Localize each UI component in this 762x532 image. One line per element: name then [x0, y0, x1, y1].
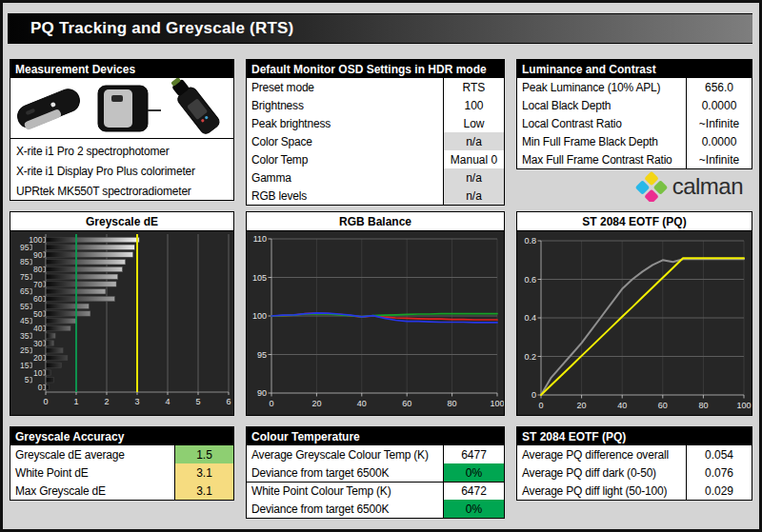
device-name: X-rite i1 Pro 2 spectrophotomer [10, 141, 233, 161]
table-row: Local Contrast Ratio~Infinite [517, 114, 752, 132]
svg-text:20: 20 [577, 401, 587, 410]
greyscale-accuracy-table: Greyscale dE average1.5White Point dE3.1… [10, 445, 233, 500]
measurement-devices-panel: Measurement Devices [10, 59, 234, 201]
row-value: 100 [443, 96, 504, 114]
row-value: 0.0000 [686, 132, 752, 150]
colour-temperature-table: Average Greyscale Colour Temp (K)6477Dev… [247, 445, 504, 518]
svg-text:0: 0 [43, 397, 48, 406]
svg-text:5: 5 [195, 397, 200, 406]
row-label: Average Greyscale Colour Temp (K) [247, 445, 443, 463]
osd-settings-table: Preset modeRTSBrightness100Peak brightne… [247, 78, 504, 205]
svg-text:1: 1 [73, 397, 78, 406]
row-label: Deviance from target 6500K [247, 500, 443, 518]
row-label: Preset mode [247, 78, 443, 96]
calman-flower-icon [635, 171, 668, 202]
calman-logo: calman [516, 168, 752, 205]
svg-text:100: 100 [29, 235, 42, 245]
svg-text:3: 3 [134, 397, 139, 406]
table-row: Average PQ diff light (50-100)0.029 [517, 482, 752, 500]
row-value: 0.029 [686, 482, 752, 500]
row-value: 6477 [443, 445, 504, 463]
table-row: Greyscale dE average1.5 [10, 445, 233, 463]
table-row: Local Black Depth0.0000 [517, 96, 752, 114]
osd-settings-panel: Default Monitor OSD Settings in HDR mode… [246, 59, 505, 206]
colour-temperature-header: Colour Temperature [247, 427, 504, 445]
row-value: 0.076 [686, 463, 752, 482]
svg-text:4: 4 [165, 397, 170, 406]
svg-text:80: 80 [698, 401, 708, 410]
luminance-contrast-table: Peak Luminance (10% APL)656.0Local Black… [517, 78, 752, 168]
row-value: n/a [443, 187, 504, 205]
eotf-chart-panel: ST 2084 EOTF (PQ) 00.20.40.60.8020406080… [516, 211, 752, 416]
svg-text:60: 60 [33, 294, 43, 304]
eotf-chart: 00.20.40.60.8020406080100 [517, 231, 752, 415]
svg-text:100: 100 [490, 399, 504, 408]
svg-text:100: 100 [736, 401, 751, 410]
svg-text:90: 90 [257, 388, 267, 398]
row-label: Gamma [247, 168, 443, 187]
devices-photo-illustration [10, 78, 233, 138]
table-row: Preset modeRTS [247, 78, 504, 96]
eotf-summary-table: Average PQ difference overall0.054Averag… [517, 445, 752, 500]
svg-text:40: 40 [617, 401, 627, 410]
luminance-contrast-panel: Luminance and Contrast Peak Luminance (1… [516, 59, 752, 169]
svg-text:60: 60 [658, 401, 668, 410]
table-row: Average PQ diff dark (0-50)0.076 [517, 463, 752, 482]
row-value: 3.1 [174, 482, 233, 500]
row-value: 0% [443, 500, 504, 518]
svg-text:80: 80 [33, 265, 43, 274]
svg-text:20: 20 [33, 353, 43, 363]
svg-text:0.6: 0.6 [524, 275, 536, 285]
row-value: ~Infinite [686, 114, 752, 132]
svg-text:0: 0 [538, 401, 543, 410]
row-label: Color Temp [247, 150, 443, 168]
svg-text:25: 25 [20, 345, 30, 355]
devices-photo [10, 78, 233, 139]
row-value: ~Infinite [686, 150, 752, 168]
row-value: Manual 0 [443, 150, 504, 168]
row-value: n/a [443, 168, 504, 187]
row-value: n/a [443, 132, 504, 150]
svg-text:0.8: 0.8 [524, 236, 536, 246]
measurement-devices-header: Measurement Devices [10, 60, 233, 78]
row-value: RTS [443, 78, 504, 96]
row-label: Peak brightness [247, 114, 443, 132]
table-row: Max Full Frame Contrast Ratio~Infinite [517, 150, 752, 168]
rgb-balance-chart-title: RGB Balance [247, 212, 504, 231]
rgb-balance-chart: 9095100105110020406080100 [247, 231, 504, 415]
eotf-summary-header: ST 2084 EOTF (PQ) [517, 427, 752, 445]
row-label: Min Full Frame Black Depth [517, 132, 686, 150]
row-label: White Point dE [10, 463, 174, 482]
row-label: Peak Luminance (10% APL) [517, 78, 686, 96]
svg-text:15: 15 [20, 361, 30, 370]
svg-text:40: 40 [33, 324, 43, 333]
svg-text:70: 70 [33, 280, 43, 289]
svg-text:5: 5 [25, 375, 30, 384]
row-label: Average PQ diff light (50-100) [517, 482, 686, 500]
row-value: 0.0000 [686, 96, 752, 114]
row-value: 0.054 [686, 445, 752, 463]
svg-text:6: 6 [226, 397, 231, 406]
calman-logo-text: calman [672, 175, 743, 198]
svg-text:0.2: 0.2 [524, 352, 536, 362]
row-label: Average PQ diff dark (0-50) [517, 463, 686, 482]
row-value: 656.0 [686, 78, 752, 96]
svg-text:2: 2 [104, 397, 109, 406]
svg-text:55: 55 [20, 302, 30, 311]
svg-text:80: 80 [448, 399, 457, 408]
table-row: Color Spacen/a [247, 132, 504, 150]
svg-text:65: 65 [20, 286, 30, 296]
svg-text:45: 45 [20, 316, 30, 325]
spectrophotometer-photo [14, 86, 83, 132]
svg-text:95: 95 [20, 243, 30, 252]
calman-report-page: PQ Tracking and Greyscale (RTS) Measurem… [0, 0, 762, 532]
device-name: UPRtek MK550T spectroradiometer [10, 181, 233, 201]
row-label: Brightness [247, 96, 443, 114]
osd-settings-header: Default Monitor OSD Settings in HDR mode [247, 60, 504, 78]
svg-text:105: 105 [252, 273, 267, 283]
row-value: Low [443, 114, 504, 132]
greyscale-accuracy-panel: Greyscale Accuracy Greyscale dE average1… [10, 426, 234, 501]
greyscale-de-chart: 0510152025303540455055606570758085909510… [10, 231, 233, 415]
svg-text:85: 85 [20, 257, 30, 266]
row-label: Local Contrast Ratio [517, 114, 686, 132]
